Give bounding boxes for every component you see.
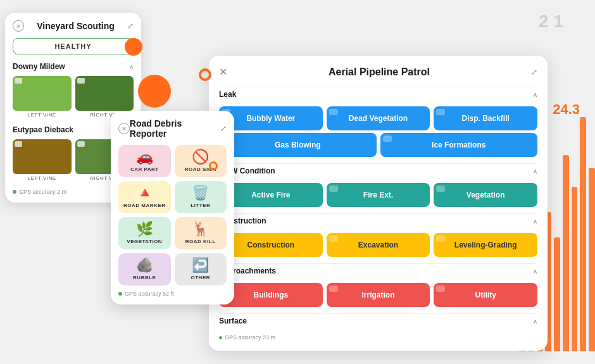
construction-chevron-icon: ∧	[533, 218, 537, 225]
road-panel: ✕ Road Debris Reporter ⤢ 🚗 CAR PART 🚫 RO…	[111, 111, 234, 304]
healthy-badge: HEALTHY	[13, 38, 134, 54]
camera-badge-icon	[436, 109, 445, 115]
encroachments-row-1: Buildings Irrigation Utility	[219, 283, 537, 307]
road-sign-icon: 🚫	[192, 150, 209, 164]
leveling-grading-button[interactable]: Leveling-Grading	[434, 233, 537, 257]
orange-ring-icon	[199, 68, 211, 81]
right-vine-downy-img	[75, 76, 134, 111]
vineyard-title: Vineyard Scouting	[37, 21, 115, 31]
surface-section: Surface ∧	[219, 313, 537, 328]
construction-row-1: Construction Excavation Leveling-Grading	[219, 233, 537, 257]
utility-button[interactable]: Utility	[434, 283, 537, 307]
leak-chevron-icon: ∧	[533, 91, 537, 98]
row-chevron-icon: ∧	[533, 168, 537, 175]
encroachments-chevron-icon: ∧	[533, 268, 537, 275]
chart-bar	[563, 155, 569, 351]
rubble-icon: 🪨	[136, 258, 153, 272]
road-sign-card[interactable]: 🚫 ROAD SIGN	[175, 145, 227, 177]
vineyard-close-button[interactable]: ✕	[13, 20, 24, 32]
construction-button[interactable]: Construction	[219, 233, 323, 257]
chart-bar	[580, 117, 586, 351]
chart-bar	[589, 168, 595, 351]
vegetation-button[interactable]: Vegetation	[434, 183, 537, 207]
left-vine-downy-img	[13, 76, 72, 111]
aerial-expand-button[interactable]: ⤢	[531, 68, 537, 77]
vineyard-expand-button[interactable]: ⤢	[127, 22, 134, 30]
camera-badge-icon	[436, 185, 445, 192]
chart-bar	[572, 187, 578, 351]
leak-row-1: Bubbly Water Dead Vegetation Disp. Backf…	[219, 106, 537, 130]
vegetation-icon: 🌿	[136, 222, 153, 236]
camera-icon	[15, 78, 22, 84]
road-expand-button[interactable]: ⤢	[220, 124, 227, 133]
leak-row-2: Gas Blowing Ice Formations	[219, 133, 537, 157]
camera-badge-icon	[383, 135, 392, 142]
row-row-1: Active Fire Fire Ext. Vegetation	[219, 183, 537, 207]
gps-dot-icon	[13, 190, 16, 194]
construction-header: Construction ∧	[219, 213, 537, 228]
road-marker-card[interactable]: 🔺 ROAD MARKER	[118, 181, 171, 213]
bubbly-water-button[interactable]: Bubbly Water	[219, 106, 323, 130]
other-card[interactable]: ↩️ OTHER	[175, 253, 227, 286]
litter-label: LITTER	[191, 203, 210, 208]
other-label: OTHER	[191, 275, 211, 280]
camera-icon	[77, 141, 85, 147]
orange-circle-large	[138, 75, 171, 108]
excavation-button[interactable]: Excavation	[327, 233, 430, 257]
buildings-button[interactable]: Buildings	[219, 283, 323, 307]
road-kill-icon: 🦌	[192, 222, 209, 236]
other-icon: ↩️	[192, 258, 209, 272]
surface-header: Surface ∧	[219, 313, 537, 328]
rubble-card[interactable]: 🪨 RUBBLE	[118, 253, 171, 286]
road-marker-label: ROAD MARKER	[123, 203, 165, 208]
irrigation-button[interactable]: Irrigation	[327, 283, 430, 307]
car-part-icon: 🚗	[136, 150, 153, 164]
camera-badge-icon	[329, 235, 338, 242]
chart-value-label: 24.3	[553, 101, 580, 118]
camera-badge-icon	[436, 235, 445, 242]
road-marker-icon: 🔺	[136, 186, 153, 200]
aerial-close-button[interactable]: ✕	[219, 66, 227, 78]
left-vine-label: LEFT VINE	[13, 112, 72, 118]
chart-top-numbers: 2 1	[539, 11, 563, 32]
aerial-header: ✕ Aerial Pipeline Patrol ⤢	[219, 66, 537, 78]
camera-badge-icon	[436, 286, 445, 292]
road-title: Road Debris Reporter	[130, 118, 220, 139]
litter-icon: 🗑️	[192, 186, 209, 200]
gps-dot-icon	[219, 336, 222, 339]
vineyard-gps-text: GPS accuracy 2 m	[19, 189, 66, 195]
road-panel-header: ✕ Road Debris Reporter ⤢	[118, 118, 227, 139]
left-vine-downy: LEFT VINE	[13, 76, 72, 118]
car-part-label: CAR PART	[130, 166, 159, 172]
leak-header: Leak ∧	[219, 87, 537, 101]
road-gps: GPS accuracy 52 ft	[118, 291, 227, 297]
vineyard-panel-header: ✕ Vineyard Scouting ⤢	[13, 20, 134, 32]
ice-formations-button[interactable]: Ice Formations	[380, 133, 538, 157]
camera-icon	[77, 78, 85, 84]
aerial-panel: ✕ Aerial Pipeline Patrol ⤢ Leak ∧ Bubbly…	[209, 56, 548, 351]
downy-mildew-title: Downy Mildew	[13, 62, 65, 71]
orange-ring-small-icon	[209, 161, 218, 170]
vegetation-card[interactable]: 🌿 VEGETATION	[118, 217, 171, 249]
camera-icon	[15, 141, 22, 147]
camera-badge-icon	[329, 286, 338, 292]
chart-bar	[554, 237, 560, 351]
fire-ext-button[interactable]: Fire Ext.	[327, 183, 430, 207]
litter-card[interactable]: 🗑️ LITTER	[175, 181, 227, 213]
vegetation-label: VEGETATION	[127, 239, 162, 244]
gps-dot-icon	[118, 292, 122, 296]
disp-backfill-button[interactable]: Disp. Backfill	[434, 106, 537, 130]
downy-chevron-icon: ∧	[129, 63, 134, 70]
aerial-gps: GPS accuracy 23 m	[219, 334, 537, 341]
camera-badge-icon	[329, 185, 338, 192]
active-fire-button[interactable]: Active Fire	[219, 183, 323, 207]
road-close-button[interactable]: ✕	[118, 123, 130, 134]
road-kill-card[interactable]: 🦌 ROAD KILL	[175, 217, 227, 249]
dead-vegetation-button[interactable]: Dead Vegetation	[327, 106, 430, 130]
encroachments-header: Encroachments ∧	[219, 263, 537, 278]
orange-circle-small	[125, 38, 142, 56]
gas-blowing-button[interactable]: Gas Blowing	[219, 133, 377, 157]
car-part-card[interactable]: 🚗 CAR PART	[118, 145, 171, 177]
left-vine-eutypae: LEFT VINE	[13, 139, 72, 181]
downy-mildew-header: Downy Mildew ∧	[13, 62, 134, 71]
